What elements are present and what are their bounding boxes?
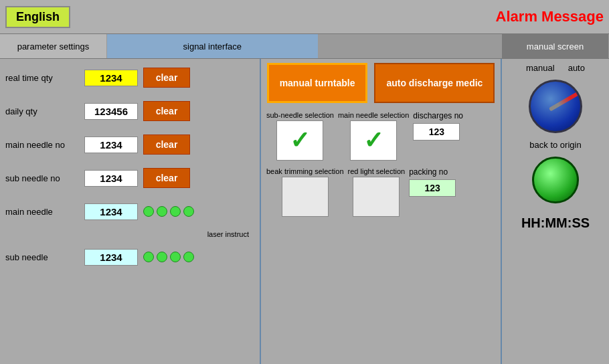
real-time-qty-value: 1234 [84, 70, 138, 86]
beak-trimming-label: beak trimming selection [266, 167, 344, 175]
dial[interactable] [529, 80, 582, 133]
sub-needle-value: 1234 [84, 249, 138, 266]
time-display: HH:MM:SS [521, 215, 590, 231]
real-time-qty-label: real time qty [5, 73, 79, 83]
discharges-col: discharges no 123 [413, 111, 463, 141]
sub-needle-dot-3 [170, 252, 181, 262]
manual-auto-labels: manual auto [510, 63, 601, 73]
discharges-no-label: discharges no [413, 111, 463, 120]
main-needle-selection-label: main needle selection [338, 111, 409, 119]
daily-qty-row: daily qty 123456 clear [5, 96, 254, 126]
sub-needle-selection-label: sub-needle selection [266, 111, 334, 119]
main-needle-no-label: main needle no [5, 140, 79, 150]
sub-needle-dots [143, 252, 194, 262]
manual-turntable-button[interactable]: manual turntable [267, 63, 368, 103]
clear-real-time-qty-button[interactable]: clear [143, 68, 190, 88]
mid-top-buttons: manual turntable auto discharge medic [266, 63, 495, 103]
sub-needle-label: sub needle [5, 252, 79, 262]
main-needle-dots [143, 206, 194, 217]
main-needle-no-row: main needle no 1234 clear [5, 130, 254, 159]
main-needle-label: main needle [5, 207, 79, 217]
red-light-col: red light selection [348, 167, 406, 217]
mid-panel: manual turntable auto discharge medic su… [261, 59, 502, 364]
back-to-origin-label: back to origin [510, 140, 601, 150]
packing-no-label: packing no [409, 167, 456, 177]
real-time-qty-row: real time qty 1234 clear [5, 63, 254, 92]
main-needle-no-value: 1234 [84, 136, 138, 153]
beak-trimming-check-box[interactable] [282, 177, 329, 217]
tab-signal-interface[interactable]: signal interface [107, 34, 319, 58]
sub-needle-dot-1 [143, 252, 154, 262]
main-area: real time qty 1234 clear daily qty 12345… [0, 59, 609, 364]
packing-col: packing no 123 [409, 167, 456, 197]
red-light-check-box[interactable] [353, 177, 400, 217]
clear-sub-needle-no-button[interactable]: clear [143, 168, 190, 188]
auto-label: auto [568, 63, 585, 73]
main-needle-row: main needle 1234 [5, 197, 254, 226]
dial-needle [549, 91, 580, 111]
sub-needle-check-box[interactable]: ✓ [276, 120, 323, 161]
sub-needle-dot-2 [157, 252, 167, 262]
sub-needle-no-label: sub needle no [5, 173, 79, 183]
sub-needle-dot-4 [183, 252, 194, 262]
daily-qty-label: daily qty [5, 106, 79, 116]
clear-daily-qty-button[interactable]: clear [143, 101, 190, 121]
main-needle-value: 1234 [84, 203, 138, 220]
daily-qty-value: 123456 [84, 103, 138, 120]
beak-trimming-col: beak trimming selection [266, 167, 344, 217]
sub-needle-row: sub needle 1234 [5, 242, 254, 272]
main-needle-check-box[interactable]: ✓ [350, 120, 397, 161]
laser-instruct-label: laser instruct [207, 230, 249, 238]
tab-manual-screen[interactable]: manual screen [502, 34, 609, 58]
main-needle-dot-2 [157, 206, 167, 217]
sub-needle-no-row: sub needle no 1234 clear [5, 163, 254, 193]
sub-needle-selection-col: sub-needle selection ✓ [266, 111, 334, 161]
manual-label: manual [526, 63, 555, 73]
packing-no-value: 123 [409, 179, 456, 197]
main-needle-dot-1 [143, 206, 154, 217]
clear-main-needle-no-button[interactable]: clear [143, 134, 190, 155]
alarm-message: Alarm Message [496, 8, 604, 25]
auto-discharge-medic-button[interactable]: auto discharge medic [374, 63, 495, 103]
main-needle-dot-4 [183, 206, 194, 217]
language-button[interactable]: English [5, 6, 70, 28]
header: English Alarm Message [0, 0, 609, 33]
sub-needle-no-value: 1234 [84, 170, 138, 187]
main-needle-selection-col: main needle selection ✓ [338, 111, 409, 161]
tab-parameter-settings[interactable]: parameter settings [0, 34, 107, 58]
back-to-origin-button[interactable] [532, 157, 579, 203]
left-panel: real time qty 1234 clear daily qty 12345… [0, 59, 261, 364]
discharges-no-value: 123 [413, 123, 460, 141]
right-panel: manual auto back to origin HH:MM:SS [502, 59, 609, 364]
nav-bar: parameter settings signal interface manu… [0, 33, 609, 59]
nav-spacer [319, 34, 503, 58]
main-needle-dot-3 [170, 206, 181, 217]
red-light-label: red light selection [348, 167, 406, 175]
